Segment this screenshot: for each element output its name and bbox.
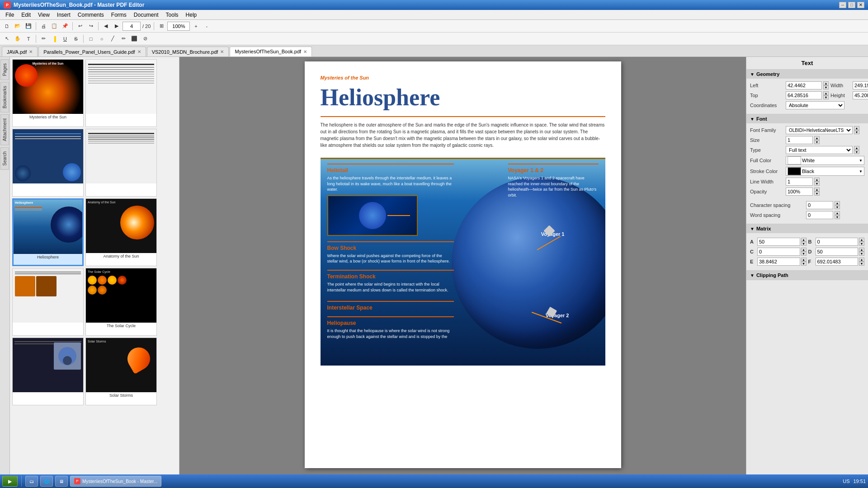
opacity-up[interactable]: ▲ <box>814 188 820 192</box>
highlight-btn[interactable]: ▐ <box>49 34 59 44</box>
paste-btn[interactable]: 📌 <box>60 21 70 31</box>
menu-tools[interactable]: Tools <box>162 11 182 19</box>
menu-forms[interactable]: Forms <box>108 11 130 19</box>
type-down[interactable]: ▼ <box>854 150 859 154</box>
matrix-b-input[interactable]: 0 <box>816 238 859 246</box>
matrix-a-down[interactable]: ▼ <box>801 242 807 246</box>
matrix-c-down[interactable]: ▼ <box>801 252 807 256</box>
strikethrough-btn[interactable]: S <box>71 34 81 44</box>
type-tool-btn[interactable]: T <box>24 34 33 44</box>
thumb-page-3[interactable] <box>12 129 84 197</box>
line-width-down[interactable]: ▼ <box>814 182 820 186</box>
font-family-up[interactable]: ▲ <box>854 126 859 130</box>
char-spacing-down[interactable]: ▼ <box>835 205 840 209</box>
matrix-d-up[interactable]: ▲ <box>859 248 864 252</box>
thumb-page-7[interactable] <box>12 268 84 336</box>
bookmarks-panel-btn[interactable]: Bookmarks <box>0 82 9 113</box>
matrix-e-up[interactable]: ▲ <box>801 258 807 262</box>
type-up[interactable]: ▲ <box>854 146 859 150</box>
minimize-button[interactable]: ─ <box>839 2 846 8</box>
menu-insert[interactable]: Insert <box>53 11 74 19</box>
close-button[interactable]: ✕ <box>857 2 864 8</box>
thumb-page-2[interactable] <box>85 59 157 127</box>
size-down[interactable]: ▼ <box>814 140 820 144</box>
taskbar-browser-btn[interactable]: 🌐 <box>40 476 53 487</box>
pages-panel-btn[interactable]: Pages <box>0 59 9 80</box>
thumb-page-4[interactable] <box>85 129 157 197</box>
opacity-input[interactable]: 100% <box>786 188 813 196</box>
save-btn[interactable]: 💾 <box>24 21 33 31</box>
pencil-btn[interactable]: ✏ <box>118 34 128 44</box>
matrix-d-input[interactable]: 50 <box>816 248 859 256</box>
word-spacing-input[interactable]: 0 <box>806 211 833 219</box>
thumb-page-8[interactable]: The Solar Cycle <box>85 268 157 336</box>
zoom-fit-btn[interactable]: ⊞ <box>156 21 166 31</box>
circle-btn[interactable]: ○ <box>97 34 107 44</box>
stroke-color-dropdown[interactable]: Black ▼ <box>786 167 864 176</box>
taskbar-start[interactable]: ▶ <box>2 476 18 487</box>
undo-btn[interactable]: ↩ <box>75 21 85 31</box>
attachment-panel-btn[interactable]: Attachment <box>0 114 9 145</box>
char-spacing-up[interactable]: ▲ <box>835 201 840 205</box>
zoom-input[interactable]: 100% <box>167 22 190 31</box>
menu-help[interactable]: Help <box>182 11 201 19</box>
matrix-a-input[interactable]: 50 <box>757 238 800 246</box>
tab-mysteries-close[interactable]: ✕ <box>303 49 307 54</box>
matrix-d-down[interactable]: ▼ <box>859 252 864 256</box>
matrix-c-up[interactable]: ▲ <box>801 248 807 252</box>
zoom-in-btn[interactable]: + <box>191 21 201 31</box>
maximize-button[interactable]: □ <box>848 2 855 8</box>
search-panel-btn[interactable]: Search <box>0 147 9 170</box>
matrix-e-input[interactable]: 38.8462 <box>757 258 800 266</box>
menu-file[interactable]: File <box>2 11 18 19</box>
char-spacing-input[interactable]: 0 <box>806 201 833 209</box>
matrix-b-up[interactable]: ▲ <box>859 238 864 242</box>
line-width-input[interactable]: 1 <box>786 178 813 186</box>
geometry-header[interactable]: ▼ Geometry <box>746 70 868 79</box>
print-btn[interactable]: 🖨 <box>38 21 48 31</box>
matrix-e-down[interactable]: ▼ <box>801 262 807 266</box>
tab-java-close[interactable]: ✕ <box>29 49 33 54</box>
thumb-page-10[interactable]: Solar Storms Solar Storms <box>85 338 157 405</box>
tab-mysteries[interactable]: MysteriesOfTheSun_Book.pdf ✕ <box>230 47 312 56</box>
thumb-page-5[interactable]: Heliosphere Heliosphere <box>12 198 84 266</box>
taskbar-files-btn[interactable]: 🗂 <box>25 476 38 487</box>
page-input[interactable]: 4 <box>123 22 141 31</box>
eraser-btn[interactable]: ⊘ <box>140 34 150 44</box>
top-down[interactable]: ▼ <box>823 95 829 99</box>
prev-page-btn[interactable]: ◀ <box>101 21 111 31</box>
word-spacing-down[interactable]: ▼ <box>835 215 840 219</box>
left-up[interactable]: ▲ <box>823 81 829 85</box>
thumb-page-6[interactable]: Anatomy of the Sun Anatomy of the Sun <box>85 198 157 266</box>
annotation-btn[interactable]: ✏ <box>38 34 48 44</box>
tab-parallels[interactable]: Parallels_Power_Panel_Users_Guide.pdf ✕ <box>38 47 146 56</box>
new-btn[interactable]: 🗋 <box>2 21 12 31</box>
zoom-out-btn[interactable]: - <box>202 21 212 31</box>
taskbar-pdf-app-btn[interactable]: P MysteriiesOfTheSun_Book - Master... <box>70 476 161 487</box>
font-header[interactable]: ▼ Font <box>746 114 868 123</box>
tab-java[interactable]: JAVA.pdf ✕ <box>2 47 38 56</box>
menu-view[interactable]: View <box>34 11 53 19</box>
line-btn[interactable]: ╱ <box>108 34 118 44</box>
opacity-down[interactable]: ▼ <box>814 192 820 196</box>
matrix-header[interactable]: ▼ Matrix <box>746 224 868 233</box>
left-input[interactable]: 42.4462 <box>786 81 822 89</box>
left-down[interactable]: ▼ <box>823 85 829 89</box>
next-page-btn[interactable]: ▶ <box>112 21 122 31</box>
open-btn[interactable]: 📂 <box>13 21 23 31</box>
stamp-btn[interactable]: ⬛ <box>129 34 139 44</box>
line-width-up[interactable]: ▲ <box>814 178 820 182</box>
menu-edit[interactable]: Edit <box>18 11 34 19</box>
pdf-viewer[interactable]: Mysteries of the Sun Heliosphere The hel… <box>179 57 746 488</box>
full-color-dropdown[interactable]: White ▼ <box>786 156 864 165</box>
shape-btn[interactable]: □ <box>86 34 96 44</box>
menu-comments[interactable]: Comments <box>74 11 108 19</box>
hand-tool-btn[interactable]: ✋ <box>13 34 23 44</box>
thumb-page-1[interactable]: Mysteries of the Sun Mysteries of the Su… <box>12 59 84 127</box>
word-spacing-up[interactable]: ▲ <box>835 211 840 215</box>
font-family-select[interactable]: OLBIDI+HelveticaNeueLTStd-Lt <box>786 126 853 134</box>
taskbar-terminal-btn[interactable]: 🖥 <box>55 476 68 487</box>
font-family-down[interactable]: ▼ <box>854 130 859 134</box>
tab-vs2010[interactable]: VS2010_MSDN_Brochure.pdf ✕ <box>147 47 229 56</box>
tab-vs2010-close[interactable]: ✕ <box>220 49 224 54</box>
